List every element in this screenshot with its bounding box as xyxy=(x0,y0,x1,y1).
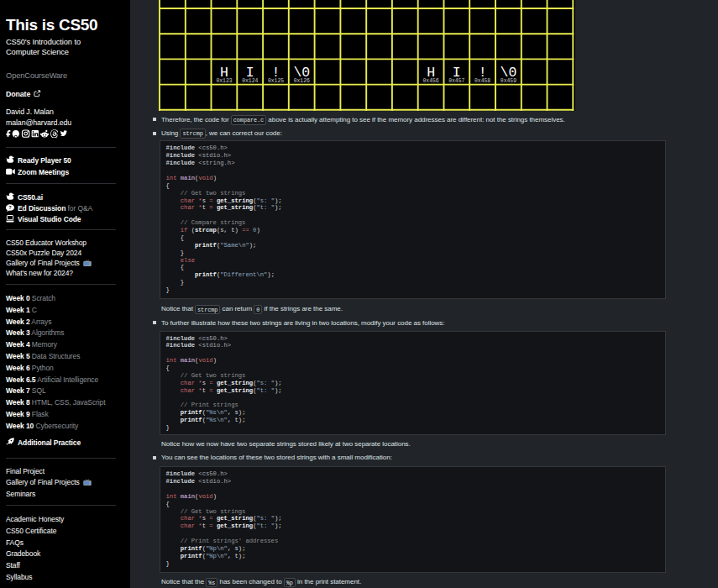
svg-text:0x456: 0x456 xyxy=(423,78,439,84)
svg-text:0x125: 0x125 xyxy=(268,78,284,84)
svg-text:0x458: 0x458 xyxy=(474,78,490,84)
svg-text:0x124: 0x124 xyxy=(242,78,258,84)
svg-text:0x457: 0x457 xyxy=(448,78,464,84)
svg-text:0x123: 0x123 xyxy=(216,78,232,84)
svg-text:0x459: 0x459 xyxy=(501,78,516,84)
svg-text:0x126: 0x126 xyxy=(294,78,310,84)
